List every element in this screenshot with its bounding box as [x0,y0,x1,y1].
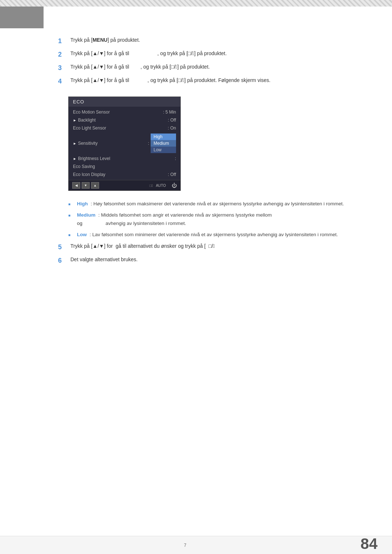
step-3-number: 3 [58,63,68,73]
eco-backlight-value: : Off [168,118,176,123]
eco-icon-display-label: Eco Icon Display [73,172,168,177]
sensitivity-low-option[interactable]: Low [151,147,176,153]
eco-backlight-label: ► Backlight [73,118,168,123]
eco-menu-bottom-nav: ◀ ▼ ▲ □⃝ AUTO ⏻ [69,180,180,190]
step-6-text: Det valgte alternativet brukes. [70,256,370,263]
eco-menu-body: Eco Motion Sensor : 5 Min ► Backlight : … [69,107,180,180]
bullet-low: ■ Low : Lav følsomhet som minimerer det … [68,231,370,239]
eco-light-sensor-label: Eco Light Sensor [73,126,168,131]
nav-left-button[interactable]: ◀ [72,182,80,189]
eco-brightness-label: ► Brightness Level [73,156,175,161]
step-6: 6 Det valgte alternativet brukes. [58,256,370,266]
step-2-text: Trykk på [▲/▼] for å gå til , og trykk p… [70,50,370,57]
bullet-high-label: High [77,201,88,206]
eco-motion-sensor-text: Eco Motion Sensor [73,110,110,115]
nav-down-button[interactable]: ▼ [82,182,90,189]
sensitivity-dropdown: High Medium Low [151,134,176,153]
top-decoration-bar [0,0,392,7]
bullet-low-content: Low : Lav følsomhet som minimerer det va… [77,231,370,239]
step-5: 5 Trykk på [▲/▼] for gå til alternativet… [58,242,370,252]
eco-sensitivity-label: ► Sensitivity [73,141,148,146]
step-2: 2 Trykk på [▲/▼] for å gå til , og trykk… [58,50,370,59]
eco-sensitivity-colon: : [148,141,149,146]
eco-row-light-sensor: Eco Light Sensor : On [69,124,180,132]
top-bar-solid-block [0,7,44,28]
bullet-medium-content: Medium : Middels følsomhet som angir et … [77,212,370,227]
step-4-number: 4 [58,77,68,86]
power-icon: ⏻ [172,182,177,188]
sensitivity-medium-option[interactable]: Medium [151,140,176,147]
bullet-low-text: : Lav følsomhet som minimerer det varier… [90,232,338,237]
eco-light-sensor-value: : On [168,126,176,131]
step-4-text: Trykk på [▲/▼] for å gå til , og trykk p… [70,77,370,84]
bullet-high-content: High : Høy følsomhet som maksimerer det … [77,200,370,208]
eco-icon-display-text: Eco Icon Display [73,172,105,177]
eco-light-sensor-text: Eco Light Sensor [73,126,106,131]
eco-row-backlight: ► Backlight : Off [69,116,180,124]
page-footer: 7 84 [0,536,392,554]
eco-saving-text: Eco Saving [73,164,95,169]
footer-page-number: 7 [184,543,187,548]
eco-icon-display-value: : Off [168,172,176,177]
eco-motion-sensor-value: : 5 Min [163,110,176,115]
bullet-high-dot: ■ [68,201,73,207]
auto-label: AUTO [156,184,166,188]
bullet-medium-text: : Middels følsomhet som angir et variere… [98,212,272,218]
eco-menu-screenshot: ECO Eco Motion Sensor : 5 Min ► Backligh… [68,97,181,191]
bullet-medium-og: og [77,220,99,227]
step-4: 4 Trykk på [▲/▼] for å gå til , og trykk… [58,77,370,86]
main-content: 1 Trykk på [MENU] på produktet. 2 Trykk … [58,36,370,525]
bullet-medium: ■ Medium : Middels følsomhet som angir e… [68,212,370,227]
eco-saving-label: Eco Saving [73,164,176,169]
bullet-descriptions: ■ High : Høy følsomhet som maksimerer de… [68,200,370,239]
bullet-medium-label: Medium [77,212,95,218]
eco-menu-title: ECO [69,97,180,107]
menu-key: MENU [93,37,107,43]
eco-brightness-value: : [175,156,176,161]
sensitivity-arrow-icon: ► [73,141,77,145]
eco-row-sensitivity: ► Sensitivity : High Medium Low [69,132,180,155]
sensitivity-high-option[interactable]: High [151,134,176,140]
step-5-number: 5 [58,242,68,252]
eco-row-brightness: ► Brightness Level : [69,155,180,163]
step-3: 3 Trykk på [▲/▼] for å gå til , og trykk… [58,63,370,73]
bullet-medium-line2: og avhengig av lysintensiteten i rommet. [77,220,370,227]
step-6-number: 6 [58,256,68,266]
step-1: 1 Trykk på [MENU] på produktet. [58,36,370,46]
bullet-medium-line1: Medium : Middels følsomhet som angir et … [77,212,370,219]
eco-menu: ECO Eco Motion Sensor : 5 Min ► Backligh… [68,97,181,191]
nav-up-button[interactable]: ▲ [91,182,99,189]
bullet-medium-dot: ■ [68,213,73,218]
eco-row-icon-display: Eco Icon Display : Off [69,171,180,178]
step-3-text: Trykk på [▲/▼] for å gå til , og trykk p… [70,63,370,71]
bullet-medium-text2: avhengig av lysintensiteten i rommet. [99,220,186,227]
eco-brightness-text: Brightness Level [78,156,110,161]
eco-sensitivity-text: Sensitivity [78,141,98,146]
eco-motion-sensor-label: Eco Motion Sensor [73,110,163,115]
footer-big-number: 84 [360,535,377,553]
step-5-text: Trykk på [▲/▼] for gå til alternativet d… [70,242,370,250]
bullet-high: ■ High : Høy følsomhet som maksimerer de… [68,200,370,208]
step-1-number: 1 [58,36,68,46]
bullet-low-label: Low [77,232,87,237]
brightness-arrow-icon: ► [73,157,77,161]
eco-row-motion-sensor: Eco Motion Sensor : 5 Min [69,108,180,116]
step-1-text: Trykk på [MENU] på produktet. [70,36,370,44]
eco-row-saving: Eco Saving [69,163,180,171]
bullet-high-text: : Høy følsomhet som maksimerer det varie… [91,201,344,206]
eco-backlight-text: Backlight [78,118,96,123]
screen-icon: □⃝ [150,184,153,188]
bullet-low-dot: ■ [68,232,73,238]
backlight-arrow-icon: ► [73,118,77,122]
step-2-number: 2 [58,50,68,59]
